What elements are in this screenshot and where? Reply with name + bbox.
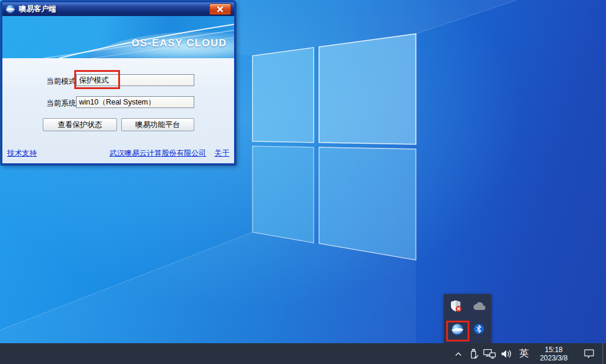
company-link[interactable]: 武汉噢易云计算股份有限公司 [110,148,207,159]
annotation-box-tray-icon [446,321,469,341]
action-center-icon [583,348,595,359]
current-system-label: 当前系统 [46,99,76,109]
bluetooth-icon[interactable] [474,324,484,337]
annotation-box-protect-mode [74,70,120,89]
clock-time: 15:18 [532,346,575,354]
about-link[interactable]: 关于 [214,148,229,159]
close-icon [217,6,223,12]
action-center-button[interactable] [575,343,602,364]
view-protection-status-button[interactable]: 查看保护状态 [43,118,117,131]
onedrive-cloud-icon[interactable] [472,301,487,313]
volume-icon [500,349,513,359]
windows-defender-icon[interactable] [449,299,462,315]
clock-date: 2023/3/8 [532,354,575,362]
brand-banner: OS-EASY CLOUD [2,16,234,58]
brand-logo-text: OS-EASY CLOUD [131,37,227,49]
tech-support-link[interactable]: 技术支持 [7,148,37,159]
dialog-content: 当前模式 当前系统 查看保护状态 噢易功能平台 技术支持 武汉噢易云计算股份有限… [2,58,234,163]
chevron-up-icon [454,351,462,357]
ime-indicator[interactable]: 英 [516,343,532,364]
desktop: 噢易客户端 OS-EASY CLOUD 当前模式 当前系统 查看保护状态 噢易功… [0,0,606,364]
taskbar-clock[interactable]: 15:18 2023/3/8 [532,346,575,362]
current-mode-label: 当前模式 [46,77,76,87]
show-desktop-button[interactable] [602,343,606,364]
os-easy-client-dialog: 噢易客户端 OS-EASY CLOUD 当前模式 当前系统 查看保护状态 噢易功… [1,1,236,165]
taskbar: 英 15:18 2023/3/8 [0,343,606,364]
os-easy-platform-button[interactable]: 噢易功能平台 [121,118,194,131]
system-tray: 英 15:18 2023/3/8 [450,343,606,364]
close-button[interactable] [209,4,231,15]
dialog-footer: 技术支持 武汉噢易云计算股份有限公司 关于 [7,148,229,159]
volume-tray-icon[interactable] [498,343,516,364]
current-system-field[interactable] [76,96,194,108]
usb-icon [468,348,479,360]
dialog-titlebar[interactable]: 噢易客户端 [2,2,234,16]
network-icon [483,349,496,359]
hidden-icons-chevron[interactable] [450,343,466,364]
usb-device-tray-icon[interactable] [466,343,481,364]
dialog-title: 噢易客户端 [19,4,56,14]
network-tray-icon[interactable] [481,343,498,364]
os-easy-logo-icon [6,5,15,14]
